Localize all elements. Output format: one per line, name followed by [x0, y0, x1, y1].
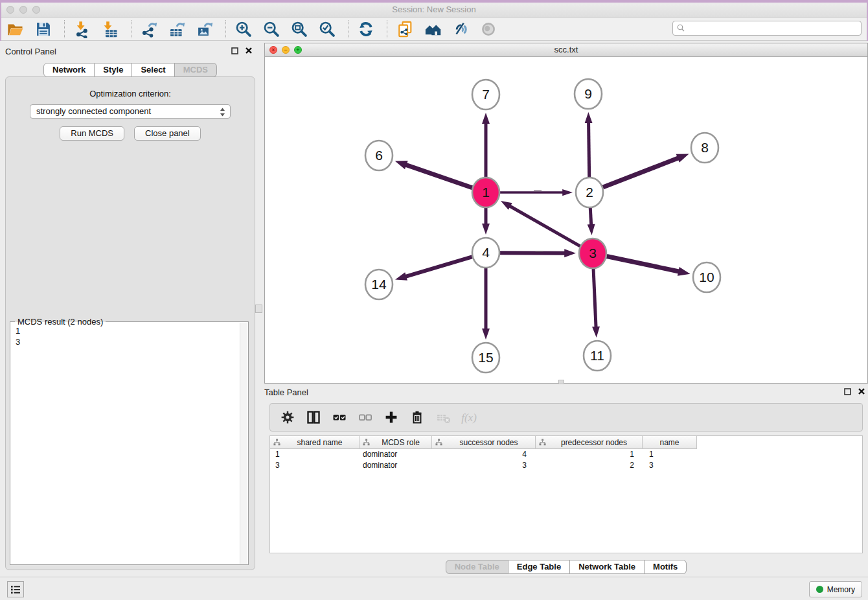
tab-network-table[interactable]: Network Table: [570, 560, 645, 574]
select-all-icon[interactable]: [332, 409, 347, 426]
import-network-icon[interactable]: [73, 19, 92, 39]
tab-select[interactable]: Select: [132, 63, 174, 77]
edge-3-11[interactable]: [593, 269, 596, 328]
tab-network[interactable]: Network: [43, 63, 95, 77]
result-scrollbar[interactable]: [240, 323, 247, 564]
export-network-icon[interactable]: [139, 19, 159, 39]
tree-icon: [273, 439, 280, 446]
duplicate-network-icon[interactable]: [395, 19, 415, 39]
tab-edge-table[interactable]: Edge Table: [508, 560, 570, 574]
network-view-window: × − + scc.txt 7968124314101511: [264, 43, 868, 384]
maximize-window-button[interactable]: [32, 6, 40, 14]
edge-1-6[interactable]: [405, 165, 472, 188]
import-table-icon[interactable]: [100, 19, 120, 39]
edge-3-10[interactable]: [607, 257, 680, 272]
arrowhead: [562, 189, 573, 196]
network-resize-grip[interactable]: [558, 380, 564, 384]
mcds-result-text[interactable]: 1 3: [11, 323, 240, 564]
table-row[interactable]: 1dominator411: [270, 449, 862, 460]
home-icon[interactable]: [423, 19, 442, 39]
tab-motifs[interactable]: Motifs: [645, 560, 687, 574]
close-panel-button[interactable]: Close panel: [134, 126, 201, 141]
open-folder-icon[interactable]: [6, 19, 25, 39]
network-zoom-button[interactable]: +: [294, 46, 302, 54]
column-header-shared-name[interactable]: shared name: [270, 436, 360, 449]
control-panel: Control Panel NetworkStyleSelectMCDS Opt…: [5, 45, 255, 570]
function-builder-disabled-icon[interactable]: f(x): [461, 409, 477, 426]
arrowhead: [395, 272, 407, 280]
edge-4-3[interactable]: [500, 253, 565, 253]
criterion-select[interactable]: strongly connected component: [30, 104, 231, 119]
refresh-icon[interactable]: [356, 19, 376, 39]
tab-style[interactable]: Style: [95, 63, 132, 77]
node-label: 2: [586, 185, 593, 200]
save-icon[interactable]: [34, 19, 53, 39]
tree-icon: [435, 439, 442, 446]
column-header-predecessor-nodes[interactable]: predecessor nodes: [536, 436, 643, 449]
edge-4-14[interactable]: [405, 257, 472, 277]
split-columns-icon[interactable]: [306, 409, 321, 426]
toolbar-separator: [348, 20, 348, 38]
toggle-visibility-icon[interactable]: [451, 19, 470, 39]
svg-text:f(x): f(x): [461, 411, 477, 424]
network-window-titlebar[interactable]: × − + scc.txt: [265, 43, 867, 57]
table-cell: 3: [643, 460, 697, 471]
memory-status-icon: [816, 586, 823, 593]
eye-disabled-icon[interactable]: [479, 19, 498, 39]
edge-2-8[interactable]: [603, 157, 679, 187]
node-label: 1: [482, 185, 490, 200]
zoom-out-icon[interactable]: [262, 19, 281, 39]
run-mcds-button[interactable]: Run MCDS: [60, 126, 124, 141]
arrowhead: [395, 161, 408, 169]
table-panel-tabs: Node TableEdge TableNetwork TableMotifs: [264, 560, 868, 574]
table-cell: dominator: [360, 460, 432, 471]
export-image-icon[interactable]: [195, 19, 214, 39]
control-panel-title: Control Panel: [5, 47, 56, 56]
network-minimize-button[interactable]: −: [282, 46, 290, 54]
application-window: Session: New Session Control Panel Netwo…: [0, 0, 868, 600]
arrowhead: [592, 327, 600, 338]
float-panel-icon[interactable]: [231, 47, 238, 54]
deselect-all-icon[interactable]: [358, 409, 373, 426]
network-canvas[interactable]: 7968124314101511: [265, 57, 867, 383]
gear-icon[interactable]: [280, 409, 295, 426]
node-label: 8: [701, 140, 709, 155]
column-header-MCDS-role[interactable]: MCDS role: [360, 436, 432, 449]
toolbar-separator: [387, 20, 387, 38]
tab-node-table[interactable]: Node Table: [446, 560, 508, 574]
close-panel-icon[interactable]: [245, 47, 253, 54]
close-table-panel-icon[interactable]: [858, 387, 865, 395]
table-cell: 1: [643, 449, 697, 460]
delete-row-icon[interactable]: [409, 409, 425, 426]
node-label: 3: [589, 246, 597, 260]
edge-2-9[interactable]: [589, 122, 589, 177]
task-history-button[interactable]: [7, 581, 24, 597]
zoom-fit-icon[interactable]: [290, 19, 309, 39]
tree-icon: [539, 439, 546, 446]
zoom-selected-icon[interactable]: [317, 19, 337, 39]
table-cell: 4: [432, 449, 536, 460]
search-input[interactable]: [672, 21, 862, 36]
column-header-successor-nodes[interactable]: successor nodes: [432, 436, 536, 449]
add-row-icon[interactable]: [383, 409, 399, 426]
node-label: 10: [699, 270, 714, 284]
tab-mcds[interactable]: MCDS: [175, 63, 217, 77]
float-table-panel-icon[interactable]: [844, 388, 851, 395]
node-label: 15: [478, 350, 493, 365]
network-close-button[interactable]: ×: [269, 46, 277, 54]
panel-splitter-grip[interactable]: [255, 305, 262, 313]
arrowhead: [482, 329, 490, 340]
table-row[interactable]: 3dominator323: [270, 460, 862, 471]
delete-table-disabled-icon[interactable]: [435, 409, 451, 426]
minimize-window-button[interactable]: [19, 6, 27, 14]
edge-3-1[interactable]: [509, 206, 580, 246]
edge-label: [534, 190, 542, 192]
export-table-icon[interactable]: [167, 19, 187, 39]
edge-2-3[interactable]: [590, 208, 591, 225]
mcds-result-title: MCDS result (2 nodes): [15, 317, 106, 327]
memory-button[interactable]: Memory: [809, 581, 862, 597]
status-bar: Memory: [0, 577, 868, 600]
zoom-in-icon[interactable]: [234, 19, 253, 39]
column-header-name[interactable]: name: [643, 436, 697, 449]
close-window-button[interactable]: [6, 6, 14, 14]
